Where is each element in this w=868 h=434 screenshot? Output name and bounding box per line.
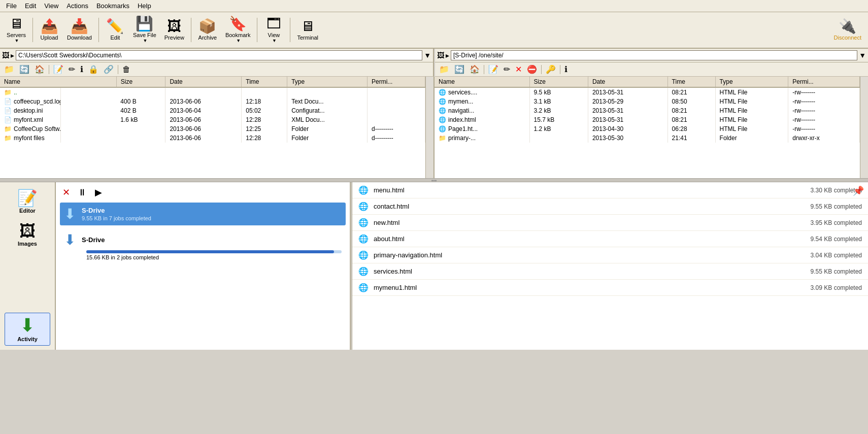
table-row[interactable]: 📄coffeecup_scd.log 400 B 2013-06-06 12:1… — [0, 97, 425, 106]
remote-refresh[interactable]: 🔄 — [452, 63, 466, 75]
local-col-type[interactable]: Type — [287, 77, 368, 87]
transfer-job-2[interactable]: ⬇ S-Drive 15.66 KB in 2 jobs completed — [60, 227, 346, 264]
local-file-table: Name Size Date Time Type Permi... 📁.. — [0, 77, 425, 143]
local-address-dropdown[interactable]: ▼ — [424, 51, 431, 59]
local-delete[interactable]: 🗑 — [120, 64, 132, 75]
remote-address-row: 🖼 ▸ ▼ — [435, 49, 868, 62]
remote-address-dropdown[interactable]: ▼ — [859, 51, 866, 59]
remote-delete[interactable]: ✕ — [513, 63, 524, 75]
pin-button[interactable]: 📌 — [853, 185, 864, 196]
local-edit[interactable]: 📝 — [51, 63, 65, 75]
activity-label: Activity — [17, 336, 38, 342]
table-row[interactable]: 📄desktop.ini 402 B 2013-06-04 05:02 Conf… — [0, 106, 425, 115]
download-icon: 📥 — [71, 19, 88, 34]
local-nav-arrow[interactable]: ▸ — [11, 51, 14, 59]
table-row[interactable]: 🌐index.html 15.7 kB 2013-05-31 08:21 HTM… — [435, 115, 860, 124]
local-info[interactable]: ℹ — [78, 63, 85, 75]
local-col-date[interactable]: Date — [165, 77, 242, 87]
file-list-icon: 🌐 — [358, 185, 369, 195]
disconnect-label: Disconnect — [834, 35, 861, 41]
local-scrollbar[interactable] — [425, 77, 433, 178]
menu-bookmarks[interactable]: Bookmarks — [92, 1, 133, 11]
remote-col-date[interactable]: Date — [588, 77, 667, 87]
local-perms[interactable]: 🔒 — [86, 63, 101, 75]
local-new-folder[interactable]: 📁 — [2, 63, 16, 75]
local-refresh[interactable]: 🔄 — [17, 63, 31, 75]
upload-button[interactable]: 📤 Upload — [36, 17, 62, 43]
resize-handle[interactable]: ▪▪▪ — [0, 178, 868, 182]
bottom-panel: 📝 Editor 🖼 Images ⬇ Activity ✕ ⏸ ▶ ⬇ S-D… — [0, 182, 868, 350]
terminal-button[interactable]: 🖥 Terminal — [293, 17, 322, 43]
servers-button[interactable]: 🖥 Servers ▼ — [3, 14, 29, 46]
menu-edit[interactable]: Edit — [21, 1, 40, 11]
list-item[interactable]: 🌐 menu.html 3.30 KB completed — [352, 182, 868, 198]
transfer-job-1[interactable]: ⬇ S-Drive 9.55 KB in 7 jobs completed — [60, 203, 346, 225]
view-button[interactable]: 🗔 View ▼ — [260, 14, 287, 46]
file-list-name: primary-navigation.html — [374, 251, 811, 259]
local-col-time[interactable]: Time — [242, 77, 287, 87]
remote-new-folder[interactable]: 📁 — [437, 63, 451, 75]
remote-col-perm[interactable]: Permi... — [788, 77, 860, 87]
remote-col-time[interactable]: Time — [667, 77, 715, 87]
sidebar-item-images[interactable]: 🖼 Images — [5, 219, 50, 250]
preview-button[interactable]: 🖼 Preview — [161, 17, 188, 43]
local-synced[interactable]: 🔗 — [102, 63, 116, 75]
download-button[interactable]: 📥 Download — [63, 17, 95, 43]
local-nav-back[interactable]: 🖼 — [2, 51, 9, 59]
list-item[interactable]: 🌐 services.html 9.55 KB completed — [352, 263, 868, 280]
table-row[interactable]: 📁.. — [0, 87, 425, 97]
sidebar-item-activity[interactable]: ⬇ Activity — [5, 313, 50, 346]
menubar: File Edit View Actions Bookmarks Help — [0, 0, 868, 12]
local-col-size[interactable]: Size — [116, 77, 165, 87]
local-rename[interactable]: ✏ — [66, 63, 77, 75]
local-col-name[interactable]: Name — [0, 77, 116, 87]
remote-nav-arrow[interactable]: ▸ — [446, 51, 449, 59]
remote-home[interactable]: 🏠 — [468, 63, 482, 75]
menu-view[interactable]: View — [40, 1, 62, 11]
table-row[interactable]: 📁CoffeeCup Softw... 2013-06-06 12:25 Fol… — [0, 124, 425, 133]
list-item[interactable]: 🌐 new.html 3.95 KB completed — [352, 215, 868, 231]
remote-file-list: Name Size Date Time Type Permi... 🌐servi… — [435, 77, 860, 178]
remote-rename[interactable]: ✏ — [502, 63, 512, 75]
local-home[interactable]: 🏠 — [32, 63, 47, 75]
edit-button[interactable]: ✏️ Edit — [102, 17, 128, 43]
menu-file[interactable]: File — [2, 1, 21, 11]
list-item[interactable]: 🌐 mymenu1.html 3.09 KB completed — [352, 280, 868, 296]
archive-button[interactable]: 📦 Archive — [194, 17, 221, 43]
table-row[interactable]: 📁primary-... 2013-05-30 21:41 Folder drw… — [435, 133, 860, 143]
remote-edit[interactable]: 📝 — [486, 63, 500, 75]
table-row[interactable]: 🌐mymen... 3.1 kB 2013-05-29 08:50 HTML F… — [435, 97, 860, 106]
remote-col-size[interactable]: Size — [529, 77, 588, 87]
menu-actions[interactable]: Actions — [62, 1, 92, 11]
list-item[interactable]: 🌐 about.html 9.54 KB completed — [352, 231, 868, 247]
list-item[interactable]: 🌐 contact.html 9.55 KB completed — [352, 198, 868, 215]
table-row[interactable]: 🌐navigati... 3.2 kB 2013-05-31 08:21 HTM… — [435, 106, 860, 115]
remote-scrollbar[interactable] — [860, 77, 868, 178]
remote-stop[interactable]: ⛔ — [525, 63, 539, 75]
table-row[interactable]: 🌐services.... 9.5 kB 2013-05-31 08:21 HT… — [435, 87, 860, 97]
bookmark-button[interactable]: 🔖 Bookmark ▼ — [222, 14, 254, 46]
completed-files-list: 🌐 menu.html 3.30 KB completed 🌐 contact.… — [352, 182, 868, 296]
disconnect-button[interactable]: 🔌 Disconnect — [830, 17, 865, 43]
table-row[interactable]: 📄myfont.xml 1.6 kB 2013-06-06 12:28 XML … — [0, 115, 425, 124]
remote-key[interactable]: 🔑 — [544, 63, 558, 75]
transfer-pause-button[interactable]: ⏸ — [76, 186, 88, 198]
remote-info[interactable]: ℹ — [562, 63, 570, 75]
save-file-button[interactable]: 💾 Save File ▼ — [129, 14, 160, 46]
transfer-close-button[interactable]: ✕ — [60, 186, 72, 198]
images-label: Images — [18, 241, 37, 247]
table-row[interactable]: 📁myfont files 2013-06-06 12:28 Folder d-… — [0, 133, 425, 143]
local-address-input[interactable] — [16, 50, 422, 60]
transfer-arrow-2: ⬇ — [64, 231, 76, 248]
remote-nav-back[interactable]: 🖼 — [437, 51, 444, 59]
list-item[interactable]: 🌐 primary-navigation.html 3.04 KB comple… — [352, 247, 868, 263]
transfer-progress-fill-2 — [86, 250, 334, 253]
transfer-play-button[interactable]: ▶ — [92, 186, 105, 198]
remote-col-name[interactable]: Name — [435, 77, 529, 87]
table-row[interactable]: 🌐Page1.ht... 1.2 kB 2013-04-30 06:28 HTM… — [435, 124, 860, 133]
sidebar-item-editor[interactable]: 📝 Editor — [5, 186, 50, 217]
menu-help[interactable]: Help — [133, 1, 155, 11]
remote-col-type[interactable]: Type — [715, 77, 788, 87]
local-col-perm[interactable]: Permi... — [367, 77, 425, 87]
remote-address-input[interactable] — [451, 50, 857, 60]
